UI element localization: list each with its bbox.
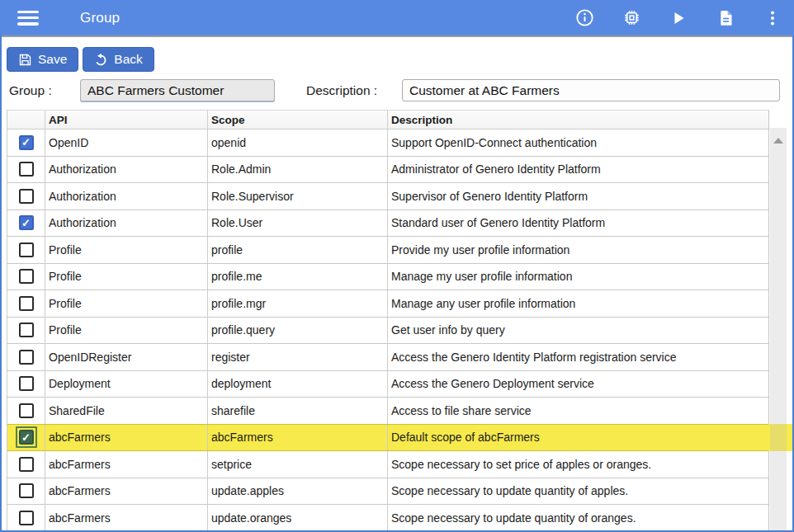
row-scope: profile xyxy=(207,237,387,263)
row-checkbox[interactable]: ✓ xyxy=(19,483,34,498)
row-api: Profile xyxy=(45,237,207,263)
row-checkbox-cell: ✓ xyxy=(7,183,45,210)
table-row[interactable]: ✓ abcFarmers update.oranges Scope necess… xyxy=(7,505,768,532)
vertical-scrollbar[interactable] xyxy=(770,128,787,530)
scopes-table: API Scope Description ✓ OpenID openid Su… xyxy=(7,110,769,530)
row-checkbox[interactable]: ✓ xyxy=(19,457,34,472)
table-row[interactable]: ✓ Authorization Role.User Standard user … xyxy=(7,210,768,238)
table-row[interactable]: ✓ abcFarmers update.apples Scope necessa… xyxy=(7,478,768,506)
row-checkbox-cell: ✓ xyxy=(7,290,45,317)
row-checkbox[interactable]: ✓ xyxy=(19,242,34,257)
row-checkbox[interactable]: ✓ xyxy=(19,511,34,525)
row-api: SharedFile xyxy=(45,398,207,424)
row-scope: deployment xyxy=(207,371,387,398)
row-api: OpenIDRegister xyxy=(45,344,207,370)
row-api: Authorization xyxy=(45,210,207,237)
table-row[interactable]: ✓ Authorization Role.Supervisor Supervis… xyxy=(7,183,768,210)
column-header-api[interactable]: API xyxy=(45,111,207,129)
table-row[interactable]: ✓ Deployment deployment Access the Gener… xyxy=(7,371,768,398)
table-row[interactable]: ✓ Authorization Role.Admin Administrator… xyxy=(7,157,768,184)
description-label: Description : xyxy=(306,83,377,98)
info-icon[interactable] xyxy=(574,8,594,28)
row-scope: profile.me xyxy=(207,264,387,290)
document-icon[interactable] xyxy=(716,8,735,28)
row-scope: profile.mgr xyxy=(207,290,387,317)
group-label: Group : xyxy=(9,83,52,98)
table-body: ✓ OpenID openid Support OpenID-Connect a… xyxy=(7,129,768,532)
row-checkbox[interactable]: ✓ xyxy=(19,135,34,150)
row-description: Scope necessary to update quantity of or… xyxy=(387,505,768,531)
undo-icon xyxy=(94,53,108,67)
row-api: abcFarmers xyxy=(45,451,207,478)
row-description: Manage any user profile information xyxy=(387,290,768,317)
row-checkbox[interactable]: ✓ xyxy=(19,189,34,204)
scroll-up-arrow-icon[interactable] xyxy=(773,138,783,144)
table-row[interactable]: ✓ OpenID openid Support OpenID-Connect a… xyxy=(7,129,768,157)
row-checkbox[interactable]: ✓ xyxy=(19,162,34,177)
row-checkbox[interactable]: ✓ xyxy=(19,350,34,365)
column-header-checkbox xyxy=(7,111,45,129)
table-row[interactable]: ✓ Profile profile.mgr Manage any user pr… xyxy=(7,290,768,318)
row-description: Scope necessary to set price of apples o… xyxy=(387,451,768,478)
table-row[interactable]: ✓ Profile profile.query Get user info by… xyxy=(7,318,768,345)
row-checkbox[interactable]: ✓ xyxy=(19,376,34,391)
row-checkbox-cell: ✓ xyxy=(7,129,45,156)
row-api: OpenID xyxy=(45,129,207,156)
row-checkbox[interactable]: ✓ xyxy=(19,322,34,337)
row-description: Supervisor of Genero Identity Platform xyxy=(387,183,768,210)
row-checkbox[interactable]: ✓ xyxy=(19,403,34,418)
table-row[interactable]: ✓ abcFarmers abcFarmers Default scope of… xyxy=(7,424,768,452)
row-api: Profile xyxy=(45,264,207,290)
app-window: Group xyxy=(0,0,794,532)
row-api: abcFarmers xyxy=(45,478,207,505)
table-row[interactable]: ✓ Profile profile Provide my user profil… xyxy=(7,237,768,264)
group-form: Group : Description : xyxy=(0,79,794,104)
save-button[interactable]: Save xyxy=(7,47,78,72)
row-scope: abcFarmers xyxy=(207,425,387,451)
row-description: Support OpenID-Connect authentication xyxy=(387,129,768,156)
hamburger-menu-icon[interactable] xyxy=(17,11,39,26)
row-scope: update.apples xyxy=(207,478,387,505)
row-checkbox-cell: ✓ xyxy=(7,318,45,344)
row-description: Access to file share service xyxy=(387,398,768,424)
row-checkbox-cell: ✓ xyxy=(7,264,45,290)
description-input[interactable] xyxy=(402,79,780,101)
row-checkbox-cell: ✓ xyxy=(7,425,45,451)
toolbar: Save Back xyxy=(7,47,154,72)
table-row[interactable]: ✓ OpenIDRegister register Access the Gen… xyxy=(7,344,768,371)
row-checkbox[interactable]: ✓ xyxy=(19,269,34,284)
table-row[interactable]: ✓ abcFarmers setprice Scope necessary to… xyxy=(7,451,768,478)
row-api: abcFarmers xyxy=(45,425,207,451)
table-row[interactable]: ✓ SharedFile sharefile Access to file sh… xyxy=(7,398,768,425)
row-checkbox-cell: ✓ xyxy=(7,478,45,505)
run-icon[interactable] xyxy=(669,8,688,28)
row-api: abcFarmers xyxy=(45,505,207,531)
row-checkbox-cell: ✓ xyxy=(7,344,45,370)
row-scope: Role.Supervisor xyxy=(207,183,387,210)
back-button[interactable]: Back xyxy=(83,47,154,72)
table-row[interactable]: ✓ Profile profile.me Manage my user prof… xyxy=(7,264,768,291)
row-api: Profile xyxy=(45,318,207,344)
row-checkbox-cell: ✓ xyxy=(7,237,45,263)
row-checkbox[interactable]: ✓ xyxy=(19,296,34,311)
row-description: Manage my user profile information xyxy=(387,264,768,290)
chip-icon[interactable] xyxy=(621,8,641,28)
row-checkbox-cell: ✓ xyxy=(7,505,45,531)
row-api: Authorization xyxy=(45,183,207,210)
row-scope: Role.User xyxy=(207,210,387,237)
row-api: Profile xyxy=(45,290,207,317)
page-title: Group xyxy=(80,10,120,26)
row-checkbox[interactable]: ✓ xyxy=(19,215,34,230)
row-checkbox-cell: ✓ xyxy=(7,398,45,424)
row-description: Access the Genero Deployment service xyxy=(387,371,768,398)
column-header-scope[interactable]: Scope xyxy=(207,111,387,129)
row-scope: setprice xyxy=(207,451,387,478)
row-description: Default scope of abcFarmers xyxy=(387,425,768,451)
row-scope: sharefile xyxy=(207,398,387,424)
row-checkbox[interactable]: ✓ xyxy=(19,430,34,445)
group-name-input[interactable] xyxy=(80,79,275,101)
row-description: Administrator of Genero Identity Platfor… xyxy=(387,157,768,183)
table-header-row: API Scope Description xyxy=(7,111,768,129)
kebab-menu-icon[interactable] xyxy=(763,8,782,28)
column-header-description[interactable]: Description xyxy=(387,111,768,129)
